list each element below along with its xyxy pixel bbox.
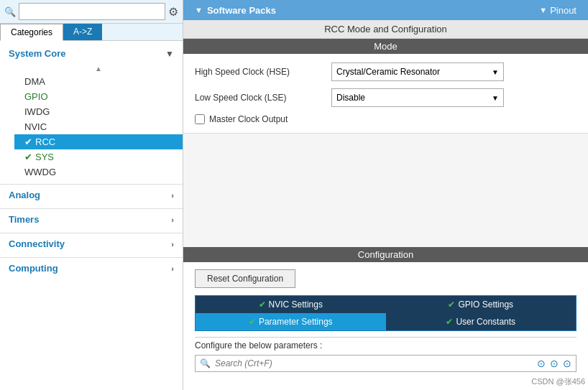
gpio-label: GPIO <box>24 91 48 102</box>
parameter-settings-label: Parameter Settings <box>259 317 333 327</box>
iwdg-label: IWDG <box>24 106 50 117</box>
system-core-items: ▲ DMA GPIO IWDG NVIC <box>0 63 183 180</box>
tab-bar: Categories A->Z <box>0 24 183 41</box>
sys-label: SYS <box>35 152 54 162</box>
sidebar-item-rcc[interactable]: ✔ RCC <box>14 134 183 149</box>
sidebar-item-dma[interactable]: DMA <box>14 74 183 89</box>
group-analog: Analog › <box>0 184 183 205</box>
tab-nvic-settings[interactable]: ✔ NVIC Settings <box>196 296 386 313</box>
tab-categories[interactable]: Categories <box>0 24 63 41</box>
tab-az[interactable]: A->Z <box>63 24 102 40</box>
nav-right-circle-icon[interactable]: ⊙ <box>563 358 571 369</box>
sidebar-item-wwdg[interactable]: WWDG <box>14 164 183 180</box>
search-input[interactable] <box>19 3 165 20</box>
group-connectivity: Connectivity › <box>0 233 183 254</box>
config-tabs: ✔ NVIC Settings ✔ GPIO Settings ✔ Parame… <box>195 295 576 331</box>
hse-row: High Speed Clock (HSE) Crystal/Ceramic R… <box>195 62 576 81</box>
tab-user-constants[interactable]: ✔ User Constants <box>386 313 576 330</box>
group-analog-header[interactable]: Analog › <box>0 185 183 205</box>
pinout-dropdown-icon: ▼ <box>539 6 547 14</box>
nvic-check-icon: ✔ <box>259 300 266 310</box>
sidebar-item-sys[interactable]: ✔ SYS <box>14 149 183 164</box>
nav-down-circle-icon[interactable]: ⊙ <box>537 358 546 369</box>
analog-chevron-icon: › <box>171 191 174 200</box>
sidebar-item-iwdg[interactable]: IWDG <box>14 104 183 119</box>
tab-gpio-settings[interactable]: ✔ GPIO Settings <box>386 296 576 313</box>
master-clock-row: Master Clock Output <box>195 114 576 124</box>
sidebar-item-gpio[interactable]: GPIO <box>14 89 183 104</box>
param-search-input[interactable] <box>215 358 533 368</box>
lse-label: Low Speed Clock (LSE) <box>195 93 324 103</box>
dma-label: DMA <box>24 76 45 87</box>
group-system-core-label: System Core <box>9 48 65 59</box>
watermark: CSDN @张456 <box>531 376 585 387</box>
sidebar-item-nvic[interactable]: NVIC <box>14 119 183 134</box>
group-computing-header[interactable]: Computing › <box>0 258 183 279</box>
lse-select-value: Disable <box>336 93 492 103</box>
nvic-settings-label: NVIC Settings <box>269 300 323 310</box>
reset-configuration-button[interactable]: Reset Configuration <box>195 269 295 288</box>
group-timers: Timers › <box>0 208 183 230</box>
software-packs-label: ▼ Software Packs <box>195 5 276 16</box>
group-computing-label: Computing <box>9 263 58 274</box>
group-analog-label: Analog <box>9 190 40 200</box>
group-system-core-header[interactable]: System Core ▼ <box>0 44 183 63</box>
gear-icon[interactable]: ⚙ <box>168 5 178 19</box>
mode-section: High Speed Clock (HSE) Crystal/Ceramic R… <box>183 54 588 134</box>
lse-select[interactable]: Disable ▼ <box>331 88 504 107</box>
sys-check-icon: ✔ <box>24 152 32 162</box>
lse-row: Low Speed Clock (LSE) Disable ▼ <box>195 88 576 107</box>
config-section: Reset Configuration ✔ NVIC Settings ✔ GP… <box>183 262 588 390</box>
group-system-core-arrow: ▼ <box>165 49 174 59</box>
master-clock-label: Master Clock Output <box>209 114 288 124</box>
mode-section-header: Mode <box>183 39 588 54</box>
nvic-label: NVIC <box>24 121 47 132</box>
nav-up-circle-icon[interactable]: ⊙ <box>550 358 559 369</box>
param-check-icon: ✔ <box>249 317 256 327</box>
user-constants-label: User Constants <box>456 317 515 327</box>
hse-select-arrow-icon: ▼ <box>492 68 499 76</box>
scroll-up-arrow[interactable]: ▲ <box>14 63 183 74</box>
tab-parameter-settings[interactable]: ✔ Parameter Settings <box>196 313 386 330</box>
param-search-icon: 🔍 <box>200 358 211 368</box>
hse-label: High Speed Clock (HSE) <box>195 67 324 77</box>
spacer <box>183 134 588 247</box>
param-configure-label: Configure the below parameters : <box>195 337 576 355</box>
search-icon: 🔍 <box>4 6 16 17</box>
hse-select-value: Crystal/Ceramic Resonator <box>336 67 492 77</box>
rcc-label: RCC <box>35 136 55 147</box>
rcc-check-icon: ✔ <box>24 136 32 147</box>
lse-select-arrow-icon: ▼ <box>492 94 499 102</box>
connectivity-chevron-icon: › <box>171 240 174 249</box>
group-timers-header[interactable]: Timers › <box>0 209 183 230</box>
group-connectivity-header[interactable]: Connectivity › <box>0 233 183 254</box>
computing-chevron-icon: › <box>171 264 174 273</box>
timers-chevron-icon: › <box>171 215 174 224</box>
gpio-check-icon: ✔ <box>448 300 455 310</box>
pinout-label: ▼ Pinout <box>539 5 576 16</box>
dropdown-icon: ▼ <box>195 6 203 14</box>
sidebar: 🔍 ⚙ Categories A->Z System Core ▼ ▲ <box>0 0 183 390</box>
main-panel: ▼ Software Packs ▼ Pinout RCC Mode and C… <box>183 0 588 390</box>
group-connectivity-label: Connectivity <box>9 238 65 249</box>
hse-select[interactable]: Crystal/Ceramic Resonator ▼ <box>331 62 504 81</box>
config-section-header: Configuration <box>183 247 588 262</box>
gpio-settings-label: GPIO Settings <box>458 300 513 310</box>
search-bar: 🔍 ⚙ <box>0 0 183 24</box>
sidebar-content: System Core ▼ ▲ DMA GPIO IWDG <box>0 41 183 390</box>
group-computing: Computing › <box>0 257 183 279</box>
wwdg-label: WWDG <box>24 167 56 177</box>
panel-title: RCC Mode and Configuration <box>183 20 588 39</box>
user-const-check-icon: ✔ <box>446 317 453 327</box>
group-system-core: System Core ▼ ▲ DMA GPIO IWDG <box>0 44 183 180</box>
param-search-bar: 🔍 ⊙ ⊙ ⊙ <box>195 355 576 372</box>
group-timers-label: Timers <box>9 214 39 225</box>
master-clock-checkbox[interactable] <box>195 114 205 124</box>
top-header: ▼ Software Packs ▼ Pinout <box>183 0 588 20</box>
